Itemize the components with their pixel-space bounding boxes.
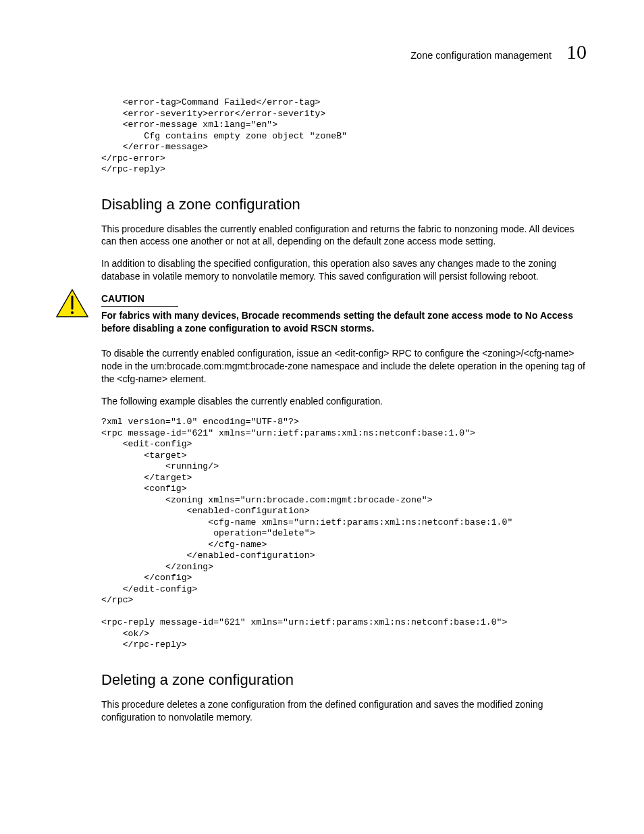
caution-icon [55,288,89,318]
page: Zone configuration management 10 <error-… [0,0,644,774]
paragraph: This procedure deletes a zone configurat… [101,698,587,724]
svg-point-2 [71,311,74,314]
paragraph: In addition to disabling the specified c… [101,257,587,283]
code-block-error: <error-tag>Command Failed</error-tag> <e… [101,97,587,176]
paragraph: This procedure disables the currently en… [101,223,587,249]
caution-text: For fabrics with many devices, Brocade r… [101,309,587,335]
heading-disabling: Disabling a zone configuration [101,196,587,213]
paragraph: The following example disables the curre… [101,395,587,408]
content-body: <error-tag>Command Failed</error-tag> <e… [101,97,587,724]
header-title: Zone configuration management [410,50,552,61]
page-header: Zone configuration management 10 [57,41,587,63]
chapter-number: 10 [566,41,587,63]
caution-label: CAUTION [101,293,178,307]
caution-block: CAUTION For fabrics with many devices, B… [101,292,587,335]
code-block-disable: ?xml version="1.0" encoding="UTF-8"?> <r… [101,417,587,651]
heading-deleting: Deleting a zone configuration [101,671,587,689]
paragraph: To disable the currently enabled configu… [101,347,587,386]
